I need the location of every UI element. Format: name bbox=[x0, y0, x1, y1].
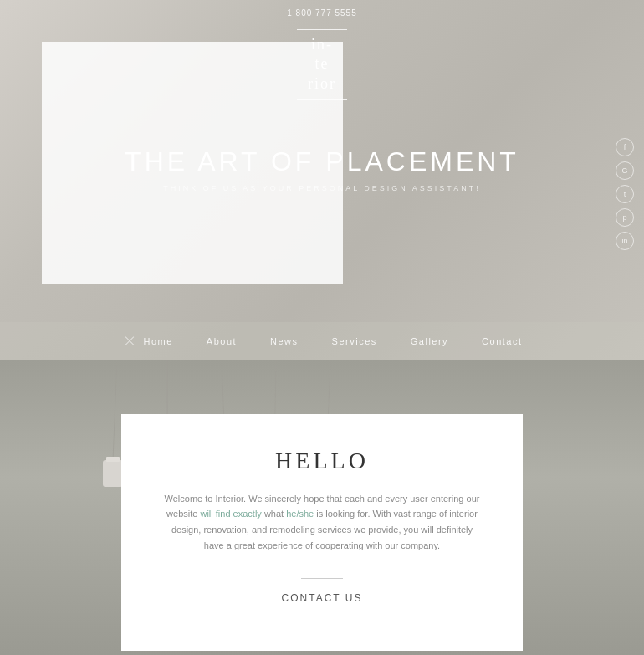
he-she-link[interactable]: he/she bbox=[286, 509, 314, 519]
nav-label-about: About bbox=[207, 336, 237, 346]
nav-item-news[interactable]: News bbox=[253, 326, 315, 356]
nav-label-gallery: Gallery bbox=[411, 336, 448, 346]
nav-item-gallery[interactable]: Gallery bbox=[394, 326, 465, 356]
svg-rect-6 bbox=[106, 457, 120, 462]
logo-line-top bbox=[297, 29, 347, 30]
social-icons: f G t p in bbox=[616, 138, 634, 250]
facebook-icon[interactable]: f bbox=[616, 138, 634, 156]
contact-button-wrap: Contact Us bbox=[163, 578, 481, 609]
home-x-icon bbox=[121, 333, 138, 350]
hero-subtitle: THINK OF US AS YOUR PERSONAL DESIGN ASSI… bbox=[125, 184, 519, 192]
nav-item-about[interactable]: About bbox=[190, 326, 253, 356]
logo-text: in- te rior bbox=[308, 35, 336, 94]
nav-item-services[interactable]: Services bbox=[315, 326, 394, 356]
hello-title: HELLO bbox=[163, 448, 481, 474]
nav-label-news: News bbox=[270, 336, 299, 346]
content-card: HELLO Welcome to Interior. We sincerely … bbox=[121, 414, 523, 652]
google-plus-icon[interactable]: G bbox=[616, 161, 634, 180]
svg-rect-5 bbox=[103, 460, 123, 487]
top-bar: 1 800 777 5555 bbox=[0, 0, 644, 25]
hero-headline: THE ART OF PLACEMENT THINK OF US AS YOUR… bbox=[125, 146, 519, 192]
twitter-icon[interactable]: t bbox=[616, 185, 634, 203]
contact-button-line bbox=[301, 578, 343, 579]
hero-title: THE ART OF PLACEMENT bbox=[125, 146, 519, 177]
nav-label-contact: Contact bbox=[482, 336, 522, 346]
will-find-link[interactable]: will find exactly bbox=[200, 509, 261, 519]
navigation: Home About News Services Gallery Contact bbox=[0, 322, 644, 360]
hello-body-text: Welcome to Interior. We sincerely hope t… bbox=[163, 491, 481, 554]
logo-line-bottom bbox=[297, 99, 347, 100]
nav-item-home[interactable]: Home bbox=[105, 323, 189, 360]
nav-label-home: Home bbox=[143, 336, 172, 346]
phone-number: 1 800 777 5555 bbox=[287, 8, 357, 18]
logo-area: in- te rior bbox=[297, 29, 347, 100]
svg-line-0 bbox=[113, 360, 117, 460]
second-section: HELLO Welcome to Interior. We sincerely … bbox=[0, 360, 644, 655]
pinterest-icon[interactable]: p bbox=[616, 208, 634, 227]
hero-section: 1 800 777 5555 in- te rior THE ART OF PL… bbox=[0, 0, 644, 360]
instagram-icon[interactable]: in bbox=[616, 232, 634, 250]
nav-label-services: Services bbox=[332, 336, 377, 346]
contact-us-button[interactable]: Contact Us bbox=[282, 587, 363, 609]
nav-item-contact[interactable]: Contact bbox=[465, 326, 539, 356]
